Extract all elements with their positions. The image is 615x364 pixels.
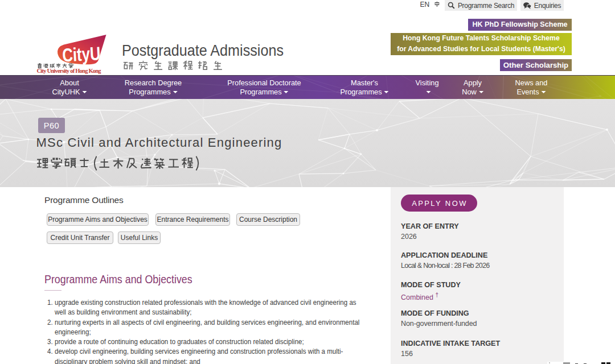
svg-text:CityU: CityU — [62, 43, 101, 65]
